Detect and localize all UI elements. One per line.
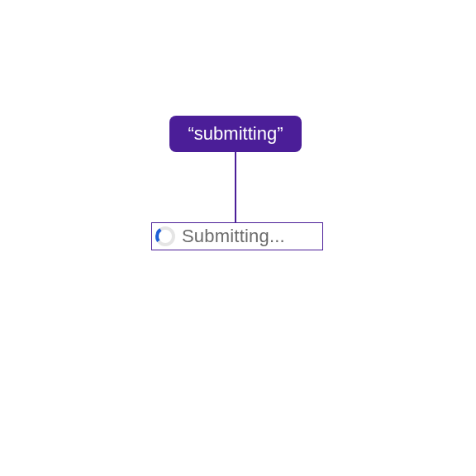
- connector-line: [235, 152, 236, 222]
- spinner-icon: [155, 226, 175, 246]
- state-node-submitting: “submitting”: [169, 116, 302, 152]
- diagram-canvas: “submitting” Submitting...: [0, 0, 476, 476]
- state-preview-box: Submitting...: [151, 222, 323, 250]
- state-node-label: “submitting”: [188, 123, 283, 145]
- preview-text: Submitting...: [182, 226, 285, 247]
